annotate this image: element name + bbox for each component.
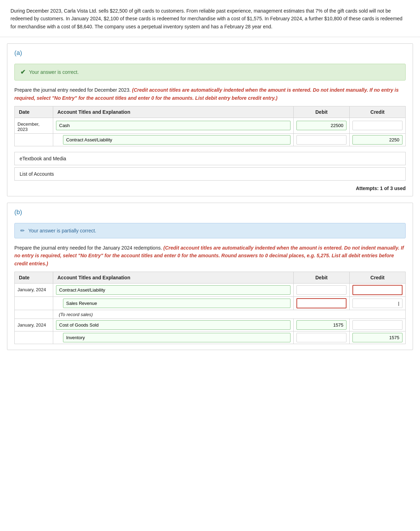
debit-cell-sales-error bbox=[294, 297, 350, 310]
section-b-table: Date Account Titles and Explanation Debi… bbox=[14, 272, 406, 344]
account-input-inventory[interactable] bbox=[63, 333, 290, 342]
account-input-contract-b[interactable] bbox=[56, 285, 290, 295]
debit-cell-inventory bbox=[294, 331, 350, 344]
account-input-cogs[interactable] bbox=[56, 320, 290, 330]
note-to-record-sales: (To record sales) bbox=[56, 310, 96, 319]
col-header-date: Date bbox=[15, 106, 53, 118]
account-input-contract[interactable] bbox=[63, 135, 290, 145]
section-b: (b) ✏ Your answer is partially correct. … bbox=[7, 203, 413, 350]
table-row bbox=[15, 297, 406, 310]
date-cell-jan2024-4 bbox=[15, 331, 53, 344]
note-row: (To record sales) bbox=[15, 310, 406, 319]
table-row: January, 2024 bbox=[15, 319, 406, 331]
col-header-account-b: Account Titles and Explanation bbox=[53, 272, 294, 284]
date-cell-empty bbox=[15, 133, 53, 146]
date-cell-dec2023: December, 2023 bbox=[15, 118, 53, 133]
account-cell-cogs bbox=[53, 319, 294, 331]
col-header-credit-b: Credit bbox=[350, 272, 406, 284]
debit-cell-contract-b bbox=[294, 284, 350, 297]
col-header-date-b: Date bbox=[15, 272, 53, 284]
section-a-header: (a) bbox=[7, 44, 413, 60]
section-a: (a) ✔ Your answer is correct. Prepare th… bbox=[7, 43, 413, 196]
credit-cell-sales bbox=[350, 297, 406, 310]
credit-cell-inventory bbox=[350, 331, 406, 344]
account-cell-cash bbox=[53, 118, 294, 133]
list-of-accounts-button[interactable]: List of Accounts bbox=[14, 167, 406, 181]
credit-input-inventory[interactable] bbox=[352, 333, 402, 342]
col-header-debit: Debit bbox=[294, 106, 350, 118]
account-input-sales[interactable] bbox=[63, 299, 290, 308]
account-cell-sales bbox=[53, 297, 294, 310]
account-cell-contract bbox=[53, 133, 294, 146]
credit-input-cogs[interactable] bbox=[352, 320, 402, 330]
section-b-instructions: Prepare the journal entry needed for the… bbox=[7, 244, 413, 272]
table-row bbox=[15, 133, 406, 146]
credit-input-contract[interactable] bbox=[352, 135, 402, 145]
debit-input-inventory[interactable] bbox=[296, 333, 346, 342]
account-input-cash[interactable] bbox=[56, 121, 290, 130]
pencil-icon: ✏ bbox=[20, 228, 25, 234]
credit-cell-contract bbox=[350, 133, 406, 146]
section-a-table: Date Account Titles and Explanation Debi… bbox=[14, 106, 406, 146]
table-row: December, 2023 bbox=[15, 118, 406, 133]
debit-cell-cash bbox=[294, 118, 350, 133]
answer-correct-alert: ✔ Your answer is correct. bbox=[14, 64, 406, 81]
table-row bbox=[15, 331, 406, 344]
credit-input-cash[interactable] bbox=[352, 121, 402, 130]
credit-input-contract-b[interactable] bbox=[352, 285, 402, 295]
date-cell-jan2024-1: January, 2024 bbox=[15, 284, 53, 297]
debit-input-contract-b[interactable] bbox=[296, 285, 346, 295]
debit-input-cogs[interactable] bbox=[296, 320, 346, 330]
problem-text: During December 2023, Carla Vista Ltd. s… bbox=[0, 0, 420, 37]
col-header-debit-b: Debit bbox=[294, 272, 350, 284]
credit-cell-cogs bbox=[350, 319, 406, 331]
debit-cell-cogs bbox=[294, 319, 350, 331]
section-a-instructions: Prepare the journal entry needed for Dec… bbox=[7, 86, 413, 106]
answer-partial-alert: ✏ Your answer is partially correct. bbox=[14, 223, 406, 238]
table-row: January, 2024 bbox=[15, 284, 406, 297]
debit-input-cash[interactable] bbox=[296, 121, 346, 130]
debit-input-sales[interactable] bbox=[296, 298, 346, 308]
account-cell-contract-b bbox=[53, 284, 294, 297]
account-cell-inventory bbox=[53, 331, 294, 344]
date-cell-jan2024-2 bbox=[15, 297, 53, 310]
col-header-account: Account Titles and Explanation bbox=[53, 106, 294, 118]
col-header-credit: Credit bbox=[350, 106, 406, 118]
date-cell-jan2024-3: January, 2024 bbox=[15, 319, 53, 331]
credit-cell-cash bbox=[350, 118, 406, 133]
section-b-header: (b) bbox=[7, 203, 413, 219]
attempts-text: Attempts: 1 of 3 used bbox=[7, 183, 413, 196]
credit-input-sales[interactable] bbox=[352, 299, 402, 308]
etextbook-button[interactable]: eTextbook and Media bbox=[14, 152, 406, 165]
debit-cell-contract bbox=[294, 133, 350, 146]
debit-input-contract[interactable] bbox=[296, 135, 346, 145]
credit-cell-contract-b-error bbox=[350, 284, 406, 297]
checkmark-icon: ✔ bbox=[20, 68, 26, 76]
